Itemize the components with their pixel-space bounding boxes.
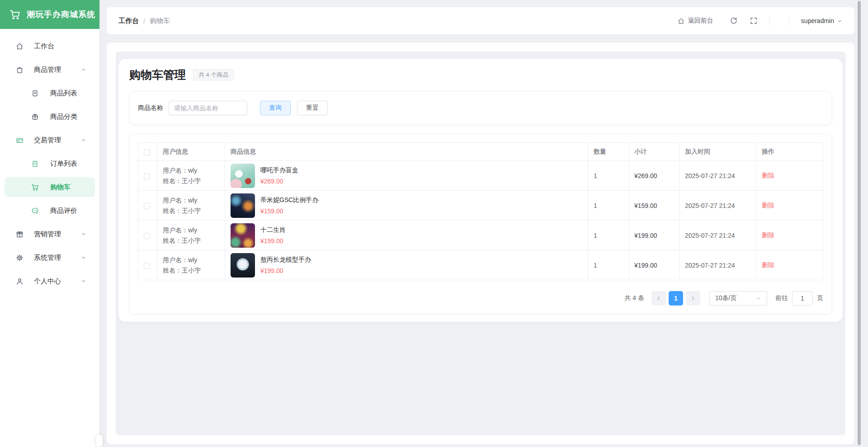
sidebar-collapse-handle[interactable] xyxy=(96,435,103,447)
cart-management-card: 购物车管理 共 4 个商品 商品名称 查询 重置 xyxy=(118,59,843,322)
row-subtotal: ¥159.00 xyxy=(629,191,679,221)
category-box-icon xyxy=(31,113,39,121)
vertical-scrollbar-thumb[interactable] xyxy=(858,1,861,445)
chevron-down-icon xyxy=(755,296,761,301)
cart-icon xyxy=(31,183,39,192)
row-subtotal: ¥199.00 xyxy=(629,221,679,250)
product-name-link[interactable]: 十二生肖 xyxy=(260,226,286,234)
back-to-frontend-label: 返回前台 xyxy=(688,17,713,25)
row-quantity: 1 xyxy=(588,161,629,191)
sidebar-item-product-category[interactable]: 商品分类 xyxy=(0,105,99,128)
header-actions: 返回前台 superadmin xyxy=(677,16,843,26)
col-quantity: 数量 xyxy=(588,143,629,161)
main-content-wrapper: 购物车管理 共 4 个商品 商品名称 查询 重置 xyxy=(107,42,854,444)
delete-link[interactable]: 删除 xyxy=(762,231,774,239)
top-header-bar: 工作台 / 购物车 返回前台 superadmin xyxy=(107,7,854,34)
pagination: 共 4 条 1 10条/页 前往 xyxy=(138,291,823,306)
product-thumbnail xyxy=(231,164,255,188)
col-subtotal: 小计 xyxy=(629,143,679,161)
fullscreen-icon[interactable] xyxy=(750,17,758,25)
select-all-checkbox[interactable] xyxy=(144,149,150,155)
row-quantity: 1 xyxy=(588,191,629,221)
search-field-label: 商品名称 xyxy=(138,104,163,112)
sidebar-item-product-list[interactable]: 商品列表 xyxy=(0,81,99,105)
content-panel: 购物车管理 共 4 个商品 商品名称 查询 重置 xyxy=(116,52,845,435)
app-logo: 潮玩手办商城系统 xyxy=(0,0,99,29)
breadcrumb-separator: / xyxy=(143,17,145,25)
chevron-up-icon xyxy=(80,137,87,143)
row-subtotal: ¥199.00 xyxy=(629,250,679,280)
current-page-button[interactable]: 1 xyxy=(669,291,683,306)
refresh-icon[interactable] xyxy=(730,17,738,25)
sidebar-item-shopping-cart[interactable]: 购物车 xyxy=(0,175,99,199)
gift-icon xyxy=(15,230,24,239)
row-quantity: 1 xyxy=(588,250,629,280)
product-name-input[interactable] xyxy=(169,101,247,115)
product-price: ¥269.00 xyxy=(260,178,298,185)
product-thumbnail xyxy=(231,193,255,218)
sidebar-item-label: 订单列表 xyxy=(50,160,77,168)
sidebar-item-workbench[interactable]: 工作台 xyxy=(0,34,99,58)
sidebar-item-label: 工作台 xyxy=(34,42,54,51)
sidebar-item-marketing-management[interactable]: 营销管理 xyxy=(0,222,99,246)
delete-link[interactable]: 删除 xyxy=(762,172,774,179)
goto-label: 前往 xyxy=(775,294,788,302)
col-product-info: 商品信息 xyxy=(225,143,588,161)
sidebar-item-label: 系统管理 xyxy=(34,254,61,262)
sidebar-item-label: 交易管理 xyxy=(34,136,61,145)
user-icon xyxy=(15,277,24,286)
chevron-down-icon xyxy=(837,18,843,24)
row-added-time: 2025-07-27 21:24 xyxy=(679,221,756,250)
next-page-button[interactable] xyxy=(686,291,700,306)
row-realname: 姓名：王小宇 xyxy=(163,235,219,246)
row-checkbox[interactable] xyxy=(144,233,150,239)
product-name-link[interactable]: 哪吒手办盲盒 xyxy=(260,166,298,174)
sidebar-item-label: 个人中心 xyxy=(34,277,61,286)
product-price: ¥159.00 xyxy=(260,207,318,215)
delete-link[interactable]: 删除 xyxy=(762,261,774,268)
header-divider xyxy=(769,16,770,26)
table-row: 用户名：wly 姓名：王小宇 蒂米妮GSC比例手办 ¥159.00 xyxy=(138,191,823,221)
search-toolbar: 商品名称 查询 重置 xyxy=(129,91,832,125)
page-size-select[interactable]: 10条/页 xyxy=(709,291,767,306)
table-row: 用户名：wly 姓名：王小宇 哪吒手办盲盒 ¥269.00 xyxy=(138,161,823,191)
goto-page-input[interactable] xyxy=(792,291,813,306)
sidebar-item-product-review[interactable]: 商品评价 xyxy=(0,199,99,222)
product-thumbnail xyxy=(231,253,255,278)
cart-logo-icon xyxy=(9,9,21,21)
breadcrumb-home-link[interactable]: 工作台 xyxy=(118,17,139,25)
product-price: ¥199.00 xyxy=(260,267,311,274)
sidebar-item-system-management[interactable]: 系统管理 xyxy=(0,246,99,269)
product-price: ¥199.00 xyxy=(260,237,286,245)
row-checkbox[interactable] xyxy=(144,263,150,269)
page-title: 购物车管理 xyxy=(129,67,186,82)
delete-link[interactable]: 删除 xyxy=(762,202,774,209)
reset-button[interactable]: 重置 xyxy=(297,101,328,115)
sidebar-item-label: 商品列表 xyxy=(50,89,77,98)
order-document-icon xyxy=(31,160,39,168)
col-added-time: 加入时间 xyxy=(679,143,756,161)
handbag-icon xyxy=(15,66,24,74)
row-subtotal: ¥269.00 xyxy=(629,161,679,191)
table-row: 用户名：wly 姓名：王小宇 敖丙长龙模型手办 ¥199.00 xyxy=(138,250,823,280)
product-name-link[interactable]: 蒂米妮GSC比例手办 xyxy=(260,196,318,204)
user-menu[interactable]: superadmin xyxy=(801,17,843,24)
row-quantity: 1 xyxy=(588,221,629,250)
sidebar-item-personal-center[interactable]: 个人中心 xyxy=(0,269,99,293)
row-realname: 姓名：王小宇 xyxy=(163,265,219,276)
chevron-right-icon xyxy=(690,296,696,301)
row-added-time: 2025-07-27 21:24 xyxy=(679,250,756,280)
credit-card-icon xyxy=(15,136,24,145)
sidebar-item-trade-management[interactable]: 交易管理 xyxy=(0,128,99,152)
row-checkbox[interactable] xyxy=(144,173,150,179)
sidebar-item-order-list[interactable]: 订单列表 xyxy=(0,152,99,175)
row-checkbox[interactable] xyxy=(144,203,150,209)
sidebar-item-product-management[interactable]: 商品管理 xyxy=(0,58,99,81)
query-button[interactable]: 查询 xyxy=(260,101,291,115)
row-username: 用户名：wly xyxy=(163,255,219,265)
home-icon xyxy=(677,17,685,25)
product-name-link[interactable]: 敖丙长龙模型手办 xyxy=(260,256,311,264)
col-actions: 操作 xyxy=(756,143,823,161)
prev-page-button[interactable] xyxy=(651,291,666,306)
back-to-frontend-button[interactable]: 返回前台 xyxy=(677,17,713,25)
